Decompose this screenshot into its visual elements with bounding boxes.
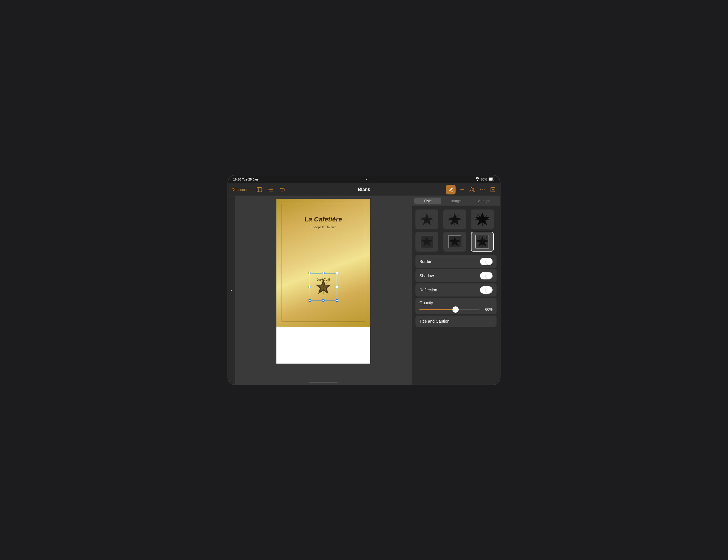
border-control: Border: [415, 255, 497, 268]
style-item-3[interactable]: [471, 210, 494, 230]
handle-top-left[interactable]: [309, 272, 311, 274]
toolbar-left: Documents: [231, 186, 320, 193]
book-author: Théophile Gautier: [305, 226, 342, 229]
undo-button[interactable]: [278, 186, 286, 193]
shadow-control: Shadow: [415, 269, 497, 282]
reflection-toggle-knob: [486, 287, 492, 293]
book-symbol-area[interactable]: José Corti: [312, 276, 335, 298]
handle-left-mid[interactable]: [309, 286, 311, 288]
svg-rect-1: [489, 178, 493, 181]
panel-controls: Border Shadow Reflection: [412, 255, 500, 296]
opacity-thumb[interactable]: [452, 306, 459, 313]
title-caption-row[interactable]: Title and Caption ›: [415, 315, 497, 327]
tab-image[interactable]: Image: [442, 198, 470, 205]
opacity-slider[interactable]: [419, 309, 479, 310]
more-button[interactable]: [479, 186, 486, 193]
book-title-area: La Cafetière Théophile Gautier: [305, 199, 342, 229]
svg-point-15: [484, 189, 485, 190]
handle-bottom-mid[interactable]: [322, 299, 324, 301]
add-button[interactable]: [458, 186, 466, 193]
book-page-white: [276, 326, 370, 363]
main-content: › La Cafetière Théophile Gautier: [228, 196, 500, 385]
border-toggle-knob: [486, 259, 492, 265]
sidebar-chevron-icon: ›: [231, 288, 232, 293]
home-indicator: [309, 382, 338, 383]
opacity-section: Opacity 60%: [415, 297, 497, 314]
svg-point-12: [473, 188, 474, 190]
border-label: Border: [419, 259, 431, 264]
sidebar-toggle-button[interactable]: [256, 186, 263, 193]
wifi-icon: [475, 177, 479, 181]
handle-top-mid[interactable]: [322, 272, 324, 274]
status-time: 16:50 Tue 25 Jan: [233, 178, 258, 181]
toolbar-right: ✱: [408, 185, 497, 195]
page-container: La Cafetière Théophile Gautier: [235, 196, 412, 385]
battery-icon: [489, 177, 495, 181]
style-item-5[interactable]: [443, 232, 466, 252]
opacity-row: 60%: [419, 307, 493, 311]
handle-top-right[interactable]: [336, 272, 338, 274]
title-caption-chevron-icon: ›: [491, 319, 493, 323]
style-item-4[interactable]: [415, 232, 438, 252]
right-panel: Style Image Arrange: [412, 196, 500, 385]
toolbar: Documents Blank: [228, 183, 500, 196]
book-publisher: José Corti: [317, 278, 330, 281]
tab-style[interactable]: Style: [414, 198, 441, 205]
shadow-toggle[interactable]: [480, 272, 493, 280]
sidebar-toggle-tab[interactable]: ›: [228, 196, 235, 385]
selection-box: [310, 273, 337, 300]
battery-label: 80%: [481, 178, 487, 181]
book-cover-gold: La Cafetière Théophile Gautier: [276, 199, 370, 326]
reflection-control: Reflection: [415, 283, 497, 296]
svg-rect-2: [257, 187, 262, 192]
handle-bottom-right[interactable]: [336, 299, 338, 301]
reflection-toggle[interactable]: [480, 286, 493, 293]
reflection-label: Reflection: [419, 288, 437, 292]
documents-button[interactable]: Documents: [231, 187, 252, 192]
tab-arrange[interactable]: Arrange: [471, 198, 498, 205]
book-page[interactable]: La Cafetière Théophile Gautier: [276, 199, 370, 326]
book-title: La Cafetière: [305, 216, 342, 223]
pencil-tool-button[interactable]: ✱: [446, 185, 456, 195]
status-dots: ···: [365, 178, 369, 181]
panel-tabs: Style Image Arrange: [412, 196, 500, 206]
handle-bottom-left[interactable]: [309, 299, 311, 301]
handle-right-mid[interactable]: [336, 286, 338, 288]
opacity-label: Opacity: [419, 300, 493, 305]
style-item-2[interactable]: [443, 210, 466, 230]
style-item-6[interactable]: [471, 232, 494, 252]
svg-point-13: [480, 189, 481, 190]
status-bar: 16:50 Tue 25 Jan ··· 80%: [228, 175, 500, 183]
style-grid: [412, 206, 500, 255]
list-view-button[interactable]: [267, 186, 274, 193]
title-caption-label: Title and Caption: [419, 319, 449, 323]
export-button[interactable]: [489, 186, 497, 193]
status-indicators: 80%: [475, 177, 495, 181]
svg-point-14: [482, 189, 483, 190]
svg-point-11: [471, 187, 473, 189]
collaborate-button[interactable]: [469, 186, 476, 193]
document-title: Blank: [320, 187, 408, 192]
shadow-label: Shadow: [419, 274, 434, 278]
svg-text:✱: ✱: [451, 190, 453, 192]
shadow-toggle-knob: [486, 273, 492, 279]
opacity-value: 60%: [482, 307, 493, 311]
canvas-area: La Cafetière Théophile Gautier: [235, 196, 412, 385]
device-frame: 16:50 Tue 25 Jan ··· 80% Documents: [227, 175, 501, 385]
border-toggle[interactable]: [480, 258, 493, 265]
style-item-1[interactable]: [415, 210, 438, 230]
